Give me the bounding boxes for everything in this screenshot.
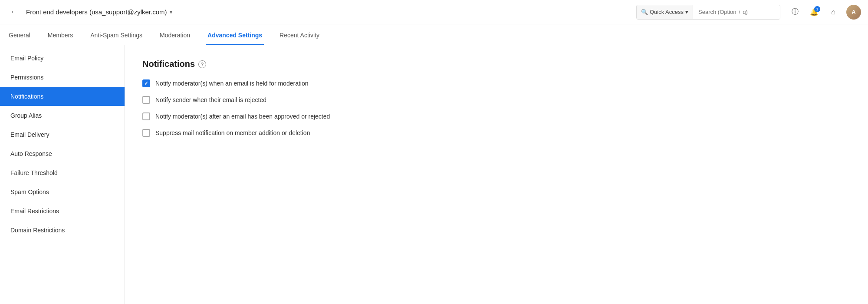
checkbox-suppress-member-notification-box[interactable] [142,129,150,137]
checkbox-notify-moderator-held-label: Notify moderator(s) when an email is hel… [155,80,309,87]
sidebar-item-failure-threshold[interactable]: Failure Threshold [0,163,125,182]
avatar[interactable]: A [846,5,861,20]
tab-general[interactable]: General [7,32,32,45]
checkbox-notify-moderator-held-box[interactable] [142,79,150,87]
section-header: Notifications ? [142,59,851,69]
quick-access-chevron-icon: ▾ [685,9,688,15]
tab-recent-activity[interactable]: Recent Activity [278,32,321,45]
notifications-button[interactable]: 🔔 1 [808,6,820,18]
group-title-text: Front end developers (usa_support@zylker… [26,8,167,16]
tab-bar: General Members Anti-Spam Settings Moder… [0,24,868,45]
tab-advanced-settings[interactable]: Advanced Settings [206,32,264,45]
main-content: Notifications ? Notify moderator(s) when… [125,45,868,304]
checkbox-notify-moderator-approved[interactable]: Notify moderator(s) after an email has b… [142,112,851,120]
section-title-text: Notifications [142,59,195,69]
search-bar: 🔍 Quick Access ▾ [636,5,780,20]
home-icon: ⌂ [831,8,835,16]
checkbox-notify-moderator-held[interactable]: Notify moderator(s) when an email is hel… [142,79,851,87]
checkbox-notify-sender-rejected-label: Notify sender when their email is reject… [155,96,266,103]
help-icon: ⓘ [792,7,799,17]
search-input[interactable] [693,5,780,19]
sidebar-item-notifications[interactable]: Notifications [0,87,125,106]
sidebar-item-permissions[interactable]: Permissions [0,68,125,87]
checkbox-notify-moderator-approved-box[interactable] [142,112,150,120]
sidebar-item-domain-restrictions[interactable]: Domain Restrictions [0,221,125,240]
checkbox-notify-sender-rejected[interactable]: Notify sender when their email is reject… [142,96,851,104]
checkbox-notify-sender-rejected-box[interactable] [142,96,150,104]
topbar-actions: ⓘ 🔔 1 ⌂ A [789,5,861,20]
sidebar-item-auto-response[interactable]: Auto Response [0,144,125,163]
help-button[interactable]: ⓘ [789,6,801,18]
sidebar: Email Policy Permissions Notifications G… [0,45,125,304]
avatar-initials: A [852,9,855,15]
sidebar-item-email-policy[interactable]: Email Policy [0,49,125,68]
notification-badge: 1 [814,6,820,12]
quick-access-label: Quick Access [650,9,684,15]
sidebar-item-group-alias[interactable]: Group Alias [0,106,125,125]
sidebar-item-email-delivery[interactable]: Email Delivery [0,125,125,144]
checkbox-suppress-member-notification-label: Suppress mail notification on member add… [155,129,310,136]
home-button[interactable]: ⌂ [827,6,839,18]
checkbox-suppress-member-notification[interactable]: Suppress mail notification on member add… [142,129,851,137]
tab-anti-spam[interactable]: Anti-Spam Settings [89,32,144,45]
avatar-image: A [846,5,861,20]
quick-access-button[interactable]: 🔍 Quick Access ▾ [637,5,693,19]
search-icon: 🔍 [641,9,648,15]
sidebar-item-email-restrictions[interactable]: Email Restrictions [0,202,125,221]
title-chevron-icon: ▾ [170,9,172,15]
back-icon: ← [10,7,18,17]
checkbox-notify-moderator-approved-label: Notify moderator(s) after an email has b… [155,113,330,120]
sidebar-item-spam-options[interactable]: Spam Options [0,182,125,202]
tab-members[interactable]: Members [46,32,75,45]
question-mark-icon: ? [201,62,204,67]
tab-moderation[interactable]: Moderation [158,32,192,45]
back-button[interactable]: ← [7,5,21,19]
topbar: ← Front end developers (usa_support@zylk… [0,0,868,24]
page-body: Email Policy Permissions Notifications G… [0,45,868,304]
section-help-icon[interactable]: ? [198,60,206,68]
group-title[interactable]: Front end developers (usa_support@zylker… [26,8,172,16]
